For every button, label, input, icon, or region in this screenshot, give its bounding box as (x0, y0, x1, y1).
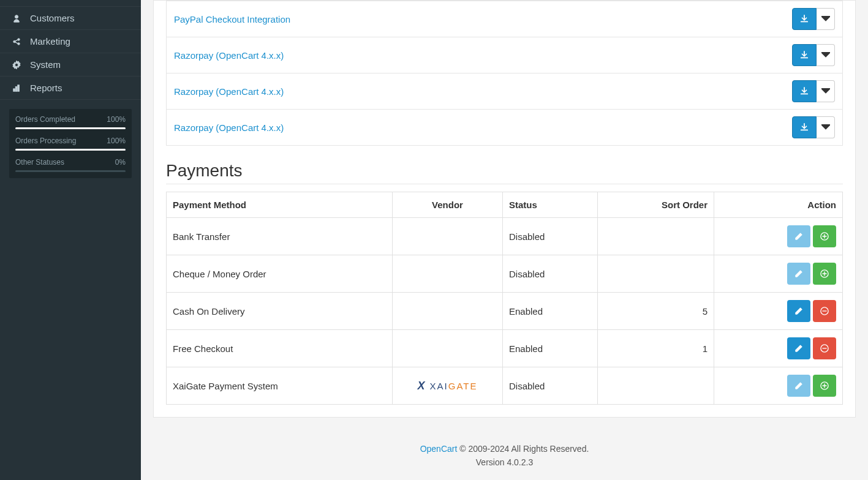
download-button[interactable] (792, 80, 817, 102)
nav-item-customers[interactable]: Customers (0, 7, 141, 30)
cell-action (714, 255, 843, 293)
cell-status: Enabled (503, 293, 598, 330)
cell-sort (598, 218, 714, 255)
uninstall-button[interactable] (813, 300, 836, 322)
extension-link[interactable]: Razorpay (OpenCart 4.x.x) (174, 86, 284, 97)
footer-brand-link[interactable]: OpenCart (420, 444, 458, 454)
extension-link[interactable]: Razorpay (OpenCart 4.x.x) (174, 122, 284, 133)
payments-table: Payment Method Vendor Status Sort Order … (166, 192, 843, 405)
cell-sort: 1 (598, 330, 714, 367)
footer-version: Version 4.0.2.3 (153, 456, 856, 469)
footer: OpenCart © 2009-2024 All Rights Reserved… (153, 430, 856, 480)
main-content: PayPal Checkout IntegrationRazorpay (Ope… (141, 0, 868, 480)
edit-button[interactable] (787, 225, 810, 247)
svg-rect-4 (15, 86, 17, 91)
cell-vendor (393, 255, 503, 293)
edit-button[interactable] (787, 375, 810, 397)
stat-value: 100% (107, 137, 126, 145)
svg-rect-5 (18, 84, 20, 91)
cell-status: Disabled (503, 255, 598, 293)
col-sort-order: Sort Order (598, 192, 714, 218)
stat-other-statuses: Other Statuses 0% (15, 158, 126, 172)
nav-item-system[interactable]: System (0, 53, 141, 77)
stat-label: Orders Processing (15, 137, 76, 145)
cell-method: Cheque / Money Order (167, 255, 393, 293)
cell-method: Cash On Delivery (167, 293, 393, 330)
share-icon (9, 37, 24, 46)
nav-label: Reports (30, 83, 132, 93)
cell-vendor: XXAIGATE (393, 367, 503, 405)
cell-sort (598, 367, 714, 405)
dropdown-toggle[interactable] (817, 116, 835, 138)
payment-row: Bank TransferDisabled (167, 218, 843, 255)
nav-item-marketing[interactable]: Marketing (0, 30, 141, 53)
dropdown-toggle[interactable] (817, 44, 835, 66)
stat-value: 100% (107, 115, 126, 124)
nav-label: Customers (30, 13, 132, 23)
cell-sort: 5 (598, 293, 714, 330)
install-button[interactable] (813, 375, 836, 397)
extension-row: PayPal Checkout Integration (167, 1, 843, 37)
edit-button[interactable] (787, 337, 810, 359)
stat-label: Orders Completed (15, 115, 75, 124)
user-icon (9, 14, 24, 23)
cell-status: Disabled (503, 367, 598, 405)
col-action: Action (714, 192, 843, 218)
cell-action (714, 330, 843, 367)
extension-row: Razorpay (OpenCart 4.x.x) (167, 37, 843, 73)
extension-link[interactable]: PayPal Checkout Integration (174, 14, 290, 24)
cell-action (714, 293, 843, 330)
nav-label: Marketing (30, 36, 132, 47)
bar-chart-icon (9, 84, 24, 92)
nav-item-partial[interactable] (0, 0, 141, 7)
payments-heading: Payments (166, 161, 843, 184)
extension-row: Razorpay (OpenCart 4.x.x) (167, 73, 843, 110)
cell-method: Bank Transfer (167, 218, 393, 255)
cell-action (714, 367, 843, 405)
cell-sort (598, 255, 714, 293)
download-button[interactable] (792, 44, 817, 66)
cell-method: Free Checkout (167, 330, 393, 367)
vendor-logo-xaigate: XXAIGATE (418, 380, 478, 392)
stats-box: Orders Completed 100% Orders Processing … (9, 109, 132, 178)
svg-rect-3 (13, 88, 15, 91)
extension-row: Razorpay (OpenCart 4.x.x) (167, 110, 843, 146)
install-button[interactable] (813, 225, 836, 247)
cell-method: XaiGate Payment System (167, 367, 393, 405)
stat-orders-processing: Orders Processing 100% (15, 137, 126, 151)
col-vendor: Vendor (393, 192, 503, 218)
cell-vendor (393, 218, 503, 255)
svg-point-2 (18, 42, 20, 45)
content-panel: PayPal Checkout IntegrationRazorpay (Ope… (153, 0, 856, 418)
nav-label: System (30, 59, 132, 70)
download-button[interactable] (792, 116, 817, 138)
uninstall-button[interactable] (813, 337, 836, 359)
col-payment-method: Payment Method (167, 192, 393, 218)
sidebar: Customers Marketing System (0, 0, 141, 480)
extensions-table: PayPal Checkout IntegrationRazorpay (Ope… (166, 1, 843, 146)
cell-status: Disabled (503, 218, 598, 255)
stat-orders-completed: Orders Completed 100% (15, 115, 126, 129)
stat-label: Other Statuses (15, 158, 64, 167)
install-button[interactable] (813, 263, 836, 285)
payment-row: Cash On DeliveryEnabled5 (167, 293, 843, 330)
extension-link[interactable]: Razorpay (OpenCart 4.x.x) (174, 50, 284, 61)
footer-rights: © 2009-2024 All Rights Reserved. (457, 444, 589, 454)
cell-status: Enabled (503, 330, 598, 367)
edit-button[interactable] (787, 300, 810, 322)
cell-action (714, 218, 843, 255)
dropdown-toggle[interactable] (817, 8, 835, 30)
payment-row: Cheque / Money OrderDisabled (167, 255, 843, 293)
payment-row: Free CheckoutEnabled1 (167, 330, 843, 367)
col-status: Status (503, 192, 598, 218)
dropdown-toggle[interactable] (817, 80, 835, 102)
nav-item-reports[interactable]: Reports (0, 77, 141, 100)
cell-vendor (393, 293, 503, 330)
svg-point-1 (18, 38, 20, 40)
gear-icon (9, 61, 24, 69)
stat-value: 0% (115, 158, 126, 167)
payment-row: XaiGate Payment SystemXXAIGATEDisabled (167, 367, 843, 405)
cell-vendor (393, 330, 503, 367)
download-button[interactable] (792, 8, 817, 30)
edit-button[interactable] (787, 263, 810, 285)
